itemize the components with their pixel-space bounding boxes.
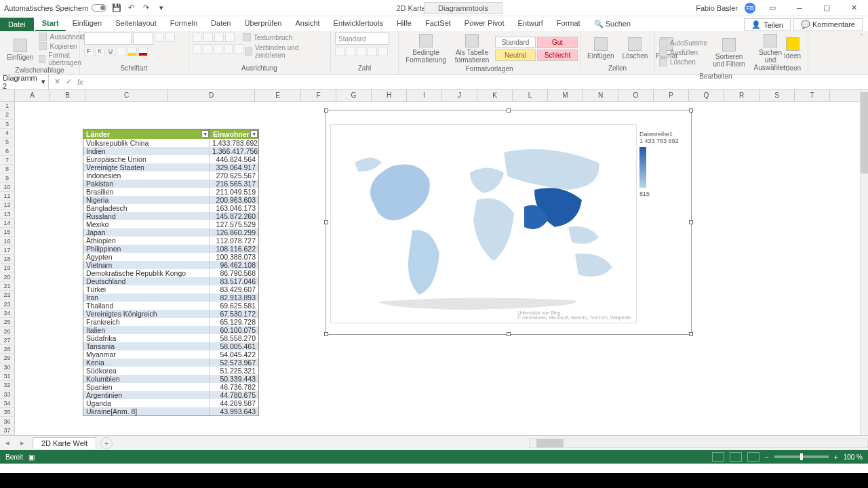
minimize-icon[interactable]: ─ [789, 1, 810, 15]
align-right-icon[interactable] [214, 44, 222, 54]
cell-population[interactable]: 108.116.622 [210, 245, 258, 253]
cell-population[interactable]: 83.429.607 [210, 285, 258, 293]
view-normal-icon[interactable] [712, 452, 724, 462]
fx-icon[interactable]: fx [77, 78, 83, 86]
table-row[interactable]: Kenia52.573.967 [83, 359, 258, 367]
row-header[interactable]: 2 [0, 110, 15, 119]
increase-decimal-icon[interactable] [368, 47, 377, 56]
table-row[interactable]: Südkorea51.225.321 [83, 367, 258, 375]
macro-record-icon[interactable]: ▣ [28, 453, 35, 461]
column-header[interactable]: Q [689, 89, 724, 101]
tab-file[interactable]: Datei [0, 18, 34, 31]
redo-icon[interactable]: ↷ [142, 3, 151, 13]
cell-country[interactable]: Vereinigte Staaten [83, 163, 210, 171]
paste-button[interactable]: Einfügen [4, 37, 36, 62]
cell-country[interactable]: Argentinien [83, 391, 210, 399]
cell-population[interactable]: 446.824.564 [210, 155, 258, 163]
worksheet-grid[interactable]: ABCDEFGHIJKLMNOPQRST 1234567891011121314… [0, 89, 868, 435]
contextual-tab-diagrammtools[interactable]: Diagrammtools [424, 2, 502, 14]
cell-country[interactable]: Uganda [83, 399, 210, 407]
table-row[interactable]: Thailand69.625.581 [83, 302, 258, 310]
decrease-font-icon[interactable] [165, 33, 175, 42]
row-header[interactable]: 12 [0, 201, 15, 209]
horizontal-scrollbar[interactable] [529, 439, 868, 448]
cell-country[interactable]: Ukraine[Anm. 8] [83, 407, 210, 415]
align-top-icon[interactable] [193, 33, 202, 42]
cell-population[interactable]: 82.913.893 [210, 293, 258, 302]
table-row[interactable]: Argentinien44.780.675 [83, 391, 258, 399]
row-headers[interactable]: 1234567891011121314151617181920212223242… [0, 102, 15, 435]
align-center-icon[interactable] [203, 44, 212, 54]
zoom-in-icon[interactable]: + [834, 453, 838, 461]
row-header[interactable]: 22 [0, 291, 15, 300]
zoom-level[interactable]: 100 % [844, 453, 863, 461]
cell-population[interactable]: 1.433.783.692 [210, 139, 258, 147]
cell-country[interactable]: Ägypten [83, 253, 210, 261]
cell-population[interactable]: 44.780.675 [210, 391, 258, 399]
cell-population[interactable]: 51.225.321 [210, 367, 258, 375]
decrease-indent-icon[interactable] [224, 44, 233, 54]
font-size-combo[interactable] [133, 33, 153, 45]
tab-entwurf[interactable]: Entwurf [511, 16, 550, 31]
table-row[interactable]: Südafrika58.558.270 [83, 334, 258, 342]
table-row[interactable]: Japan126.860.299 [83, 228, 258, 237]
row-header[interactable]: 3 [0, 120, 15, 129]
tab-seitenlayout[interactable]: Seitenlayout [108, 16, 163, 31]
row-header[interactable]: 29 [0, 354, 15, 363]
row-header[interactable]: 26 [0, 327, 15, 336]
cell-country[interactable]: Frankreich [83, 318, 210, 326]
row-header[interactable]: 36 [0, 417, 15, 426]
cell-country[interactable]: Spanien [83, 383, 210, 391]
cell-population[interactable]: 67.530.172 [210, 310, 258, 318]
format-as-table-button[interactable]: Als Tabelle formatieren [452, 33, 492, 65]
cell-population[interactable]: 112.078.727 [210, 237, 258, 245]
column-header[interactable]: S [760, 89, 795, 101]
cell-population[interactable]: 126.860.299 [210, 228, 258, 237]
table-row[interactable]: Spanien46.736.782 [83, 383, 258, 391]
cell-population[interactable]: 329.064.917 [210, 163, 258, 171]
name-box[interactable]: Diagramm 2 ▾ [0, 75, 49, 89]
sheet-nav-next-icon[interactable]: ▸ [15, 439, 30, 447]
underline-button[interactable]: U [106, 47, 115, 56]
tab-entwicklertools[interactable]: Entwicklertools [327, 16, 390, 31]
tab-start[interactable]: Start [35, 16, 66, 31]
cell-population[interactable]: 96.462.108 [210, 261, 258, 269]
row-header[interactable]: 1 [0, 102, 15, 110]
cell-population[interactable]: 54.045.422 [210, 350, 258, 359]
row-header[interactable]: 33 [0, 390, 15, 399]
collapse-ribbon-icon[interactable]: ˆ [855, 31, 868, 74]
cell-population[interactable]: 46.736.782 [210, 383, 258, 391]
table-row[interactable]: Kolumbien50.339.443 [83, 375, 258, 383]
column-header[interactable]: N [583, 89, 618, 101]
column-header[interactable]: G [336, 89, 372, 101]
column-header[interactable]: B [50, 89, 85, 101]
cell-population[interactable]: 211.049.519 [210, 188, 258, 196]
column-header[interactable]: C [85, 89, 168, 101]
font-family-combo[interactable] [84, 33, 132, 45]
cell-country[interactable]: Türkei [83, 285, 210, 293]
sort-filter-button[interactable]: Sortieren und Filtern [710, 37, 748, 69]
column-header[interactable]: K [477, 89, 513, 101]
cell-population[interactable]: 43.993.643 [210, 407, 258, 415]
column-header[interactable]: F [301, 89, 336, 101]
cell-population[interactable]: 163.046.173 [210, 204, 258, 212]
cell-population[interactable]: 69.625.581 [210, 302, 258, 310]
table-row[interactable]: Vereinigtes Königreich67.530.172 [83, 310, 258, 318]
autosave-toggle[interactable]: Automatisches Speichern [4, 4, 106, 12]
table-row[interactable]: Bangladesch163.046.173 [83, 204, 258, 212]
column-headers[interactable]: ABCDEFGHIJKLMNOPQRST [0, 89, 868, 102]
table-row[interactable]: Volksrepublik China1.433.783.692 [83, 139, 258, 147]
cell-country[interactable]: Italien [83, 326, 210, 334]
close-icon[interactable]: ✕ [844, 1, 864, 15]
font-color-button[interactable] [138, 47, 148, 56]
fill-button[interactable]: Ausfüllen [659, 49, 707, 57]
row-header[interactable]: 9 [0, 174, 15, 182]
cell-population[interactable]: 52.573.967 [210, 359, 258, 367]
row-header[interactable]: 31 [0, 372, 15, 381]
cell-country[interactable]: Deutschland [83, 277, 210, 285]
cell-population[interactable]: 216.565.317 [210, 180, 258, 188]
align-middle-icon[interactable] [203, 33, 213, 42]
row-header[interactable]: 27 [0, 336, 15, 345]
cell-country[interactable]: Bangladesch [83, 204, 210, 212]
row-header[interactable]: 13 [0, 210, 15, 219]
